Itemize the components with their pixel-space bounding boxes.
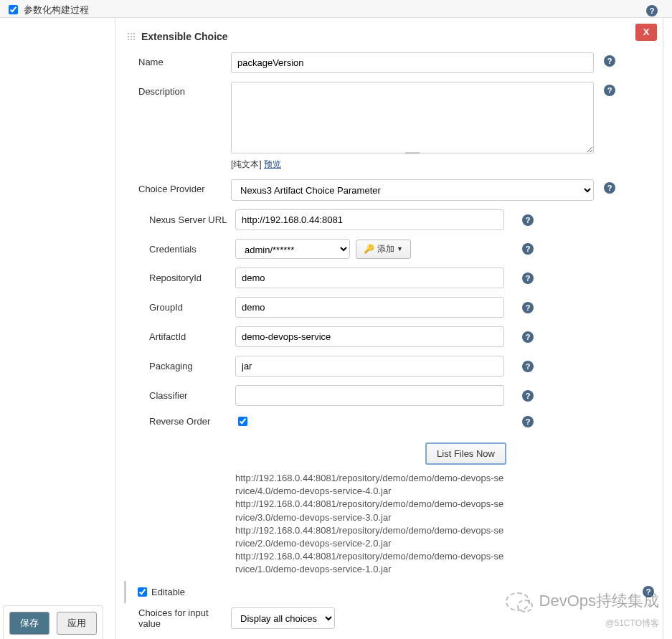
parametrized-build-checkbox[interactable]: [9, 5, 18, 14]
save-button[interactable]: 保存: [9, 612, 49, 635]
help-icon[interactable]: ?: [646, 5, 658, 16]
nexus-url-input[interactable]: [235, 209, 504, 230]
name-label: Name: [127, 52, 231, 67]
name-row: Name ?: [115, 48, 663, 77]
classifier-input[interactable]: [235, 385, 504, 406]
repository-id-label: RepositoryId: [149, 273, 235, 283]
reverse-order-row: Reverse Order ?: [138, 410, 663, 432]
choices-for-input-label: Choices for input value: [127, 607, 231, 629]
help-icon[interactable]: ?: [604, 55, 615, 67]
artifact-id-label: ArtifactId: [149, 331, 235, 342]
description-label: Description: [127, 82, 231, 97]
help-icon[interactable]: ?: [522, 390, 534, 402]
file-list-item: http://192.168.0.44:8081/repository/demo…: [235, 524, 506, 550]
editable-checkbox[interactable]: [138, 587, 147, 597]
help-icon[interactable]: ?: [604, 182, 615, 194]
classifier-label: Classifier: [149, 390, 235, 401]
description-textarea[interactable]: [231, 82, 594, 153]
help-icon[interactable]: ?: [522, 214, 534, 226]
bottom-buttons: 保存 应用: [3, 605, 103, 639]
file-list-item: http://192.168.0.44:8081/repository/demo…: [235, 550, 506, 576]
choice-provider-label: Choice Provider: [127, 179, 231, 194]
top-bar: 参数化构建过程 ?: [0, 0, 672, 18]
parametrized-build-label: 参数化构建过程: [24, 4, 89, 15]
credentials-select[interactable]: admin/******: [235, 239, 350, 259]
description-row: Description [纯文本] 预览 ?: [115, 77, 663, 175]
add-credentials-button[interactable]: 🔑 添加 ▼: [356, 240, 411, 259]
nexus-config-block: Nexus Server URL ? Credentials admin/***…: [137, 205, 663, 581]
panel-title-row: Extensible Choice: [115, 18, 663, 48]
choices-for-input-row: Choices for input value Display all choi…: [115, 603, 663, 633]
artifact-id-row: ArtifactId ?: [138, 322, 663, 351]
choices-for-input-select[interactable]: Display all choices: [231, 607, 335, 629]
packaging-input[interactable]: [235, 356, 504, 377]
group-id-input[interactable]: [235, 297, 504, 318]
help-icon[interactable]: ?: [522, 331, 534, 343]
name-input[interactable]: [231, 52, 594, 73]
credentials-label: Credentials: [149, 244, 235, 255]
nexus-url-row: Nexus Server URL ?: [138, 205, 663, 235]
help-icon[interactable]: ?: [604, 85, 615, 96]
list-files-row: List Files Now http://192.168.0.44:8081/…: [138, 432, 663, 581]
extensible-choice-panel: X Extensible Choice Name ? Description […: [115, 18, 663, 639]
file-list-item: http://192.168.0.44:8081/repository/demo…: [235, 472, 506, 498]
close-button[interactable]: X: [635, 24, 657, 41]
packaging-row: Packaging ?: [138, 351, 663, 381]
artifact-id-input[interactable]: [235, 326, 504, 347]
key-icon: 🔑: [364, 244, 374, 254]
repository-id-input[interactable]: [235, 268, 504, 288]
group-id-label: GroupId: [149, 302, 235, 313]
help-icon[interactable]: ?: [522, 243, 534, 255]
apply-button[interactable]: 应用: [57, 612, 97, 635]
nexus-url-label: Nexus Server URL: [149, 214, 235, 225]
choice-provider-select[interactable]: Nexus3 Artifact Choice Parameter: [231, 179, 594, 201]
editable-label: Editable: [151, 587, 185, 597]
credentials-row: Credentials admin/****** 🔑 添加 ▼ ?: [138, 235, 663, 263]
plain-text-label: [纯文本]: [231, 159, 262, 169]
add-credentials-label: 添加: [377, 243, 394, 255]
help-icon[interactable]: ?: [522, 302, 534, 313]
drag-handle-icon[interactable]: [127, 32, 136, 41]
packaging-label: Packaging: [149, 361, 235, 371]
help-icon[interactable]: ?: [643, 586, 654, 597]
file-list-item: http://192.168.0.44:8081/repository/demo…: [235, 498, 506, 524]
editable-row: Editable ?: [124, 581, 663, 603]
file-list: http://192.168.0.44:8081/repository/demo…: [235, 472, 506, 577]
help-icon[interactable]: ?: [522, 361, 534, 372]
list-files-button[interactable]: List Files Now: [425, 442, 506, 465]
panel-title: Extensible Choice: [141, 31, 228, 42]
help-icon[interactable]: ?: [522, 416, 534, 427]
resize-handle-icon[interactable]: [405, 151, 420, 154]
reverse-order-checkbox[interactable]: [238, 417, 247, 426]
preview-link[interactable]: 预览: [264, 159, 281, 169]
chevron-down-icon: ▼: [397, 245, 403, 252]
repository-id-row: RepositoryId ?: [138, 263, 663, 293]
description-format-note: [纯文本] 预览: [231, 158, 651, 171]
help-icon[interactable]: ?: [522, 273, 534, 284]
choice-provider-row: Choice Provider Nexus3 Artifact Choice P…: [115, 175, 663, 205]
reverse-order-label: Reverse Order: [149, 416, 235, 427]
classifier-row: Classifier ?: [138, 381, 663, 410]
group-id-row: GroupId ?: [138, 293, 663, 322]
